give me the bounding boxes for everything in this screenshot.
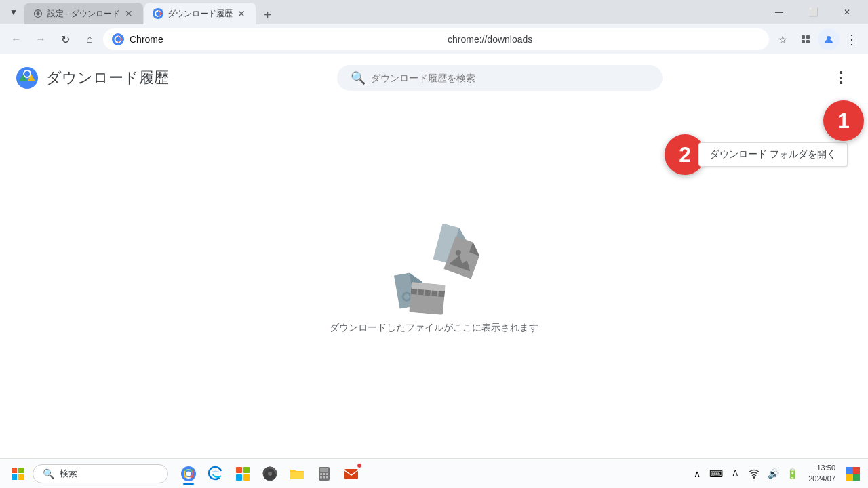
title-bar: ▼ 設定 - ダウンロード ✕: [0, 0, 868, 24]
home-button[interactable]: ⌂: [79, 28, 100, 50]
svg-rect-57: [853, 474, 860, 481]
taskbar-file-explorer[interactable]: [285, 462, 309, 486]
svg-rect-8: [802, 35, 805, 39]
tray-font[interactable]: A: [727, 466, 743, 482]
svg-point-53: [753, 476, 755, 479]
taskbar-tray: ∧ ⌨ A 🔊 🔋 13:50 2024/07: [689, 463, 863, 484]
tray-chevron[interactable]: ∧: [689, 466, 705, 482]
svg-rect-30: [18, 468, 24, 473]
chrome-label: Chrome: [130, 34, 442, 45]
downloads-tab[interactable]: ダウンロード履歴 ✕: [144, 3, 256, 24]
taskbar-mail[interactable]: [339, 462, 363, 486]
svg-point-36: [186, 471, 191, 476]
bookmark-icon[interactable]: ☆: [772, 28, 793, 50]
search-input[interactable]: [371, 73, 649, 83]
tabs-container: 設定 - ダウンロード ✕ ダウンロード履歴 ✕ +: [24, 0, 764, 24]
taskbar-calculator[interactable]: [312, 462, 336, 486]
reload-button[interactable]: ↻: [54, 28, 76, 50]
calculator-taskbar-icon: [316, 466, 332, 482]
mail-taskbar-icon: [343, 466, 359, 482]
page-content: ダウンロード履歴 🔍 ⋮: [0, 54, 868, 458]
windows-logo: [12, 468, 24, 480]
search-icon: 🔍: [351, 70, 366, 85]
svg-rect-49: [320, 476, 322, 478]
site-favicon: [112, 33, 124, 45]
svg-rect-37: [236, 467, 242, 473]
file-icon-4: [409, 282, 446, 315]
settings-tab-close[interactable]: ✕: [123, 7, 135, 20]
svg-rect-46: [320, 473, 322, 475]
minimize-button[interactable]: —: [764, 1, 795, 23]
address-bar[interactable]: Chrome chrome://downloads: [103, 28, 769, 50]
tray-keyboard[interactable]: ⌨: [708, 466, 724, 482]
svg-rect-45: [320, 468, 328, 472]
open-folder-button[interactable]: ダウンロード フォルダを開く: [698, 142, 848, 167]
settings-tab-title: 設定 - ダウンロード: [47, 8, 120, 20]
chrome-logo: [16, 67, 38, 89]
back-button[interactable]: ←: [5, 28, 27, 50]
toolbar-actions: ☆ ⋮: [772, 28, 863, 50]
taskbar-search-icon: 🔍: [43, 468, 54, 479]
music-taskbar-icon: [262, 466, 278, 482]
svg-point-4: [156, 12, 160, 16]
svg-rect-9: [806, 35, 810, 39]
empty-state-text: ダウンロードしたファイルがここに表示されます: [330, 322, 538, 334]
color-icon: [846, 467, 860, 481]
svg-rect-51: [326, 476, 328, 478]
svg-rect-52: [344, 469, 358, 479]
taskbar-search-text: 検索: [60, 468, 77, 480]
svg-rect-11: [806, 40, 810, 43]
browser-window: ▼ 設定 - ダウンロード ✕: [0, 0, 868, 488]
taskbar-store[interactable]: [231, 462, 255, 486]
taskbar-search[interactable]: 🔍 検索: [33, 464, 168, 483]
taskbar: 🔍 検索: [0, 458, 868, 488]
page-title-area: ダウンロード履歴: [16, 67, 169, 89]
downloads-tab-title: ダウンロード履歴: [167, 8, 233, 20]
svg-rect-29: [12, 468, 17, 473]
taskbar-clock[interactable]: 13:50 2024/07: [803, 463, 841, 484]
svg-rect-55: [853, 467, 860, 474]
taskbar-edge[interactable]: [203, 462, 228, 486]
tray-volume[interactable]: 🔊: [765, 466, 781, 482]
svg-rect-32: [18, 474, 24, 480]
svg-rect-54: [846, 467, 853, 474]
close-button[interactable]: ✕: [831, 1, 863, 23]
taskbar-chrome[interactable]: [176, 462, 201, 486]
forward-button[interactable]: →: [30, 28, 52, 50]
page-title: ダウンロード履歴: [46, 68, 169, 88]
windows-start-button[interactable]: [5, 462, 30, 486]
downloads-tab-close[interactable]: ✕: [235, 7, 248, 20]
toolbar: ← → ↻ ⌂ Chrome chrome://downloads ☆: [0, 24, 868, 54]
settings-tab[interactable]: 設定 - ダウンロード ✕: [24, 3, 143, 24]
maximize-button[interactable]: ⬜: [797, 1, 829, 23]
svg-point-7: [116, 37, 121, 42]
svg-point-43: [268, 472, 272, 476]
page-menu-button[interactable]: ⋮: [830, 67, 852, 89]
wifi-icon: [749, 468, 760, 479]
svg-rect-39: [236, 474, 242, 481]
empty-illustration: [390, 226, 478, 314]
search-bar[interactable]: 🔍: [337, 65, 663, 91]
svg-rect-40: [243, 474, 250, 481]
svg-rect-50: [323, 476, 326, 478]
tray-battery[interactable]: 🔋: [784, 466, 800, 482]
profile-icon[interactable]: [818, 28, 840, 50]
svg-rect-47: [323, 473, 326, 475]
taskbar-apps: [171, 462, 689, 486]
svg-rect-56: [846, 474, 853, 481]
main-menu-button[interactable]: ⋮: [841, 28, 863, 50]
taskbar-music[interactable]: [258, 462, 282, 486]
new-tab-button[interactable]: +: [258, 5, 277, 24]
tab-menu-btn[interactable]: ▼: [5, 4, 22, 20]
address-text: chrome://downloads: [448, 34, 760, 45]
chrome-taskbar-icon: [180, 466, 197, 482]
extensions-icon[interactable]: [795, 28, 816, 50]
store-taskbar-icon: [235, 466, 251, 482]
downloads-tab-favicon: [153, 8, 163, 19]
page-header: ダウンロード履歴 🔍 ⋮: [0, 54, 868, 102]
tray-wifi[interactable]: [746, 466, 762, 482]
svg-rect-31: [12, 474, 17, 480]
tray-color[interactable]: [844, 464, 863, 483]
svg-point-15: [24, 71, 30, 77]
window-controls: — ⬜ ✕: [764, 1, 863, 23]
